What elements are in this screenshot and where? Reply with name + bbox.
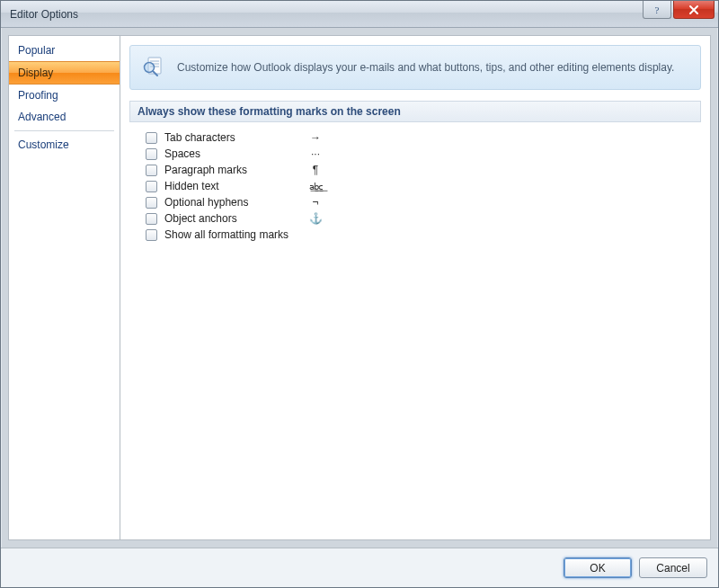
option-label: Hidden text xyxy=(164,180,299,192)
checkbox[interactable] xyxy=(146,148,157,160)
section-header: Always show these formatting marks on th… xyxy=(129,101,701,122)
svg-text:?: ? xyxy=(655,4,660,15)
button-label: OK xyxy=(590,562,605,575)
option-hidden-text[interactable]: Hidden text a͟b͟c͟ xyxy=(146,178,697,194)
sidebar-item-customize[interactable]: Customize xyxy=(9,134,120,156)
sidebar-separator xyxy=(14,130,114,131)
option-tab-characters[interactable]: Tab characters → xyxy=(146,129,697,146)
tab-arrow-icon: → xyxy=(306,131,324,144)
dialog-footer: OK Cancel xyxy=(1,548,718,587)
checkbox[interactable] xyxy=(146,197,157,209)
option-label: Optional hyphens xyxy=(164,196,299,209)
optional-hyphen-icon: ¬ xyxy=(306,196,324,209)
option-label: Tab characters xyxy=(164,131,299,144)
sidebar-item-label: Customize xyxy=(18,138,69,151)
info-banner: Customize how Outlook displays your e-ma… xyxy=(129,45,701,90)
close-icon xyxy=(688,4,699,15)
ok-button[interactable]: OK xyxy=(564,557,632,578)
dialog-body: Popular Display Proofing Advanced Custom… xyxy=(1,28,718,548)
window-controls: ? xyxy=(643,1,715,19)
checkbox[interactable] xyxy=(146,132,157,144)
window-title: Editor Options xyxy=(10,8,78,21)
checkbox[interactable] xyxy=(146,213,157,225)
banner-text: Customize how Outlook displays your e-ma… xyxy=(177,61,674,74)
option-paragraph-marks[interactable]: Paragraph marks ¶ xyxy=(146,162,697,178)
options-sidebar: Popular Display Proofing Advanced Custom… xyxy=(8,35,120,540)
button-label: Cancel xyxy=(656,562,689,575)
close-button[interactable] xyxy=(673,1,715,19)
sidebar-item-display[interactable]: Display xyxy=(9,61,120,85)
anchor-icon: ⚓ xyxy=(306,212,324,225)
option-spaces[interactable]: Spaces ··· xyxy=(146,146,697,162)
option-label: Show all formatting marks xyxy=(164,228,288,241)
dots-icon: ··· xyxy=(306,147,324,160)
option-label: Object anchors xyxy=(164,212,299,225)
checkbox[interactable] xyxy=(146,165,157,176)
magnifier-document-icon xyxy=(141,55,166,80)
cancel-button[interactable]: Cancel xyxy=(639,557,707,578)
options-group: Tab characters → Spaces ··· Paragraph ma… xyxy=(129,122,701,246)
help-button[interactable]: ? xyxy=(643,1,671,19)
sidebar-item-proofing[interactable]: Proofing xyxy=(9,85,120,106)
sidebar-item-label: Popular xyxy=(18,44,55,57)
sidebar-item-popular[interactable]: Popular xyxy=(9,40,120,61)
help-icon: ? xyxy=(652,4,662,15)
hidden-text-icon: a͟b͟c͟ xyxy=(306,182,324,192)
option-label: Spaces xyxy=(164,147,299,160)
option-optional-hyphens[interactable]: Optional hyphens ¬ xyxy=(146,194,697,210)
sidebar-item-label: Proofing xyxy=(18,89,58,102)
content-panel: Customize how Outlook displays your e-ma… xyxy=(120,35,711,540)
option-label: Paragraph marks xyxy=(164,164,299,176)
sidebar-item-advanced[interactable]: Advanced xyxy=(9,106,120,128)
pilcrow-icon: ¶ xyxy=(306,164,324,176)
checkbox[interactable] xyxy=(146,181,157,192)
option-object-anchors[interactable]: Object anchors ⚓ xyxy=(146,210,697,227)
sidebar-item-label: Display xyxy=(18,67,53,79)
checkbox[interactable] xyxy=(146,229,157,241)
titlebar[interactable]: Editor Options ? xyxy=(1,1,718,28)
dialog-window: Editor Options ? Popular Display xyxy=(0,0,719,588)
option-show-all-formatting-marks[interactable]: Show all formatting marks xyxy=(146,227,697,243)
sidebar-item-label: Advanced xyxy=(18,111,66,123)
